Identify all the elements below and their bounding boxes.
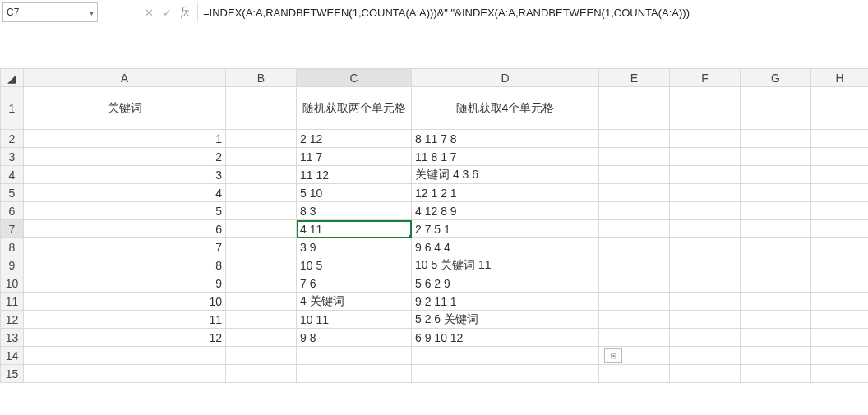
cell-D2[interactable]: 8 11 7 8 [412,130,599,148]
row-header[interactable]: 5 [1,184,24,202]
cell-B12[interactable] [226,311,297,329]
cell-B2[interactable] [226,130,297,148]
cell-G5[interactable] [741,184,811,202]
cell-B8[interactable] [226,238,297,256]
cell-F7[interactable] [670,220,741,238]
cell-G13[interactable] [741,329,811,347]
cancel-formula-button[interactable]: ✕ [140,3,158,21]
cell-A6[interactable]: 5 [24,202,226,220]
cell-H3[interactable] [811,148,869,166]
cell-B4[interactable] [226,166,297,184]
cell-B10[interactable] [226,274,297,293]
cell-D15[interactable] [412,365,599,383]
cell-H15[interactable] [811,365,869,383]
cell-C7[interactable]: 4 11 [297,220,412,238]
col-header-B[interactable]: B [226,69,297,87]
cell-E7[interactable] [599,220,670,238]
cell-D4[interactable]: 关键词 4 3 6 [412,166,599,184]
cell-D10[interactable]: 5 6 2 9 [412,274,599,293]
cell-E8[interactable] [599,238,670,256]
cell-G9[interactable] [741,256,811,274]
cell-B1[interactable] [226,87,297,130]
cell-H2[interactable] [811,130,869,148]
spreadsheet-grid[interactable]: ◢ A B C D E F G H 1关键词随机获取两个单元格随机获取4个单元格… [0,68,868,383]
row-header[interactable]: 2 [1,130,24,148]
cell-G12[interactable] [741,311,811,329]
cell-D13[interactable]: 6 9 10 12 [412,329,599,347]
cell-A5[interactable]: 4 [24,184,226,202]
col-header-A[interactable]: A [24,69,226,87]
cell-C12[interactable]: 10 11 [297,311,412,329]
row-header[interactable]: 11 [1,293,24,311]
cell-F3[interactable] [670,148,741,166]
cell-F2[interactable] [670,130,741,148]
cell-F5[interactable] [670,184,741,202]
cell-A11[interactable]: 10 [24,293,226,311]
row-header[interactable]: 3 [1,148,24,166]
insert-function-button[interactable]: fx [176,3,194,21]
col-header-G[interactable]: G [741,69,811,87]
cell-A9[interactable]: 8 [24,256,226,274]
formula-input[interactable]: =INDEX(A:A,RANDBETWEEN(1,COUNTA(A:A)))&"… [198,3,868,21]
cell-F10[interactable] [670,274,741,293]
cell-C10[interactable]: 7 6 [297,274,412,293]
cell-G11[interactable] [741,293,811,311]
cell-E10[interactable] [599,274,670,293]
cell-A3[interactable]: 2 [24,148,226,166]
cell-H13[interactable] [811,329,869,347]
cell-E6[interactable] [599,202,670,220]
cell-C9[interactable]: 10 5 [297,256,412,274]
col-header-C[interactable]: C [297,69,412,87]
name-box-dropdown-icon[interactable]: ▾ [90,8,94,17]
cell-C8[interactable]: 3 9 [297,238,412,256]
cell-F11[interactable] [670,293,741,311]
cell-G6[interactable] [741,202,811,220]
cell-C15[interactable] [297,365,412,383]
accept-formula-button[interactable]: ✓ [158,3,176,21]
cell-D8[interactable]: 9 6 4 4 [412,238,599,256]
cell-B15[interactable] [226,365,297,383]
cell-E5[interactable] [599,184,670,202]
cell-A1[interactable]: 关键词 [24,87,226,130]
cell-F12[interactable] [670,311,741,329]
cell-H1[interactable] [811,87,869,130]
cell-B13[interactable] [226,329,297,347]
cell-E15[interactable] [599,365,670,383]
cell-H6[interactable] [811,202,869,220]
cell-B11[interactable] [226,293,297,311]
cell-A14[interactable] [24,347,226,365]
cell-E1[interactable] [599,87,670,130]
cell-B3[interactable] [226,148,297,166]
cell-G15[interactable] [741,365,811,383]
select-all-corner[interactable]: ◢ [1,69,24,87]
cell-G10[interactable] [741,274,811,293]
cell-C13[interactable]: 9 8 [297,329,412,347]
cell-F1[interactable] [670,87,741,130]
cell-H7[interactable] [811,220,869,238]
cell-D3[interactable]: 11 8 1 7 [412,148,599,166]
cell-G2[interactable] [741,130,811,148]
cell-H9[interactable] [811,256,869,274]
row-header[interactable]: 10 [1,274,24,293]
cell-D9[interactable]: 10 5 关键词 11 [412,256,599,274]
row-header[interactable]: 6 [1,202,24,220]
cell-E4[interactable] [599,166,670,184]
cell-E12[interactable] [599,311,670,329]
cell-G8[interactable] [741,238,811,256]
row-header[interactable]: 7 [1,220,24,238]
row-header[interactable]: 4 [1,166,24,184]
row-header[interactable]: 12 [1,311,24,329]
row-header[interactable]: 8 [1,238,24,256]
cell-C14[interactable] [297,347,412,365]
cell-E11[interactable] [599,293,670,311]
cell-F13[interactable] [670,329,741,347]
name-box[interactable]: C7 ▾ [2,2,98,22]
cell-D5[interactable]: 12 1 2 1 [412,184,599,202]
cell-C3[interactable]: 11 7 [297,148,412,166]
cell-H4[interactable] [811,166,869,184]
cell-D14[interactable] [412,347,599,365]
cell-G4[interactable] [741,166,811,184]
cell-H8[interactable] [811,238,869,256]
cell-B7[interactable] [226,220,297,238]
cell-D6[interactable]: 4 12 8 9 [412,202,599,220]
